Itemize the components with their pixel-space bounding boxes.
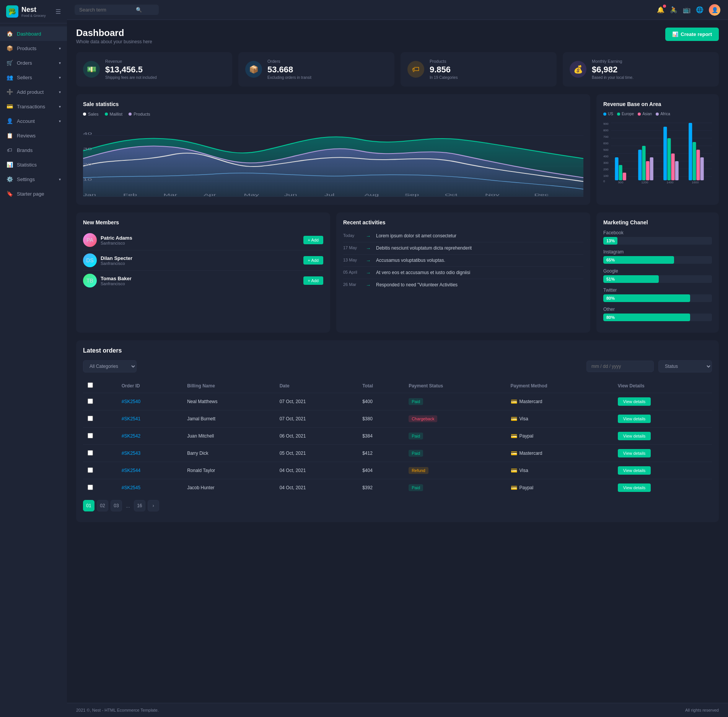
- reviews-icon: 📋: [6, 132, 13, 139]
- row-checkbox[interactable]: [88, 399, 93, 404]
- member-dilan: DS Dilan Specter Sanfrancisco + Add: [83, 250, 323, 271]
- activity-date: 17 May: [343, 245, 360, 250]
- sidebar-item-products[interactable]: 📦 Products ▾: [0, 41, 67, 56]
- status-cell: Chargeback: [404, 410, 506, 428]
- revenue-value: $13,456.5: [105, 65, 157, 75]
- method-cell: 💳Mastercard: [506, 445, 613, 462]
- settings-icon: ⚙️: [6, 176, 13, 182]
- patric-name: Patric Adams: [101, 235, 132, 241]
- billing-name-cell: Ronald Taylor: [182, 462, 275, 479]
- google-label: Google: [603, 268, 712, 274]
- user-avatar[interactable]: 👤: [709, 4, 720, 16]
- report-icon: 📊: [672, 31, 678, 37]
- revenue-area-card: Revenue Base on Area US Europe Asian: [596, 94, 719, 205]
- sidebar-item-add-product[interactable]: ➕ Add product ▾: [0, 85, 67, 99]
- order-id-cell: #SK2541: [117, 410, 182, 428]
- other-bar: Other 80%: [603, 307, 712, 321]
- view-details-cell: View details: [613, 410, 712, 428]
- sidebar-item-brands[interactable]: 🏷 Brands: [0, 143, 67, 157]
- table-row: #SK2541 Jamal Burnett 07 Oct, 2021 $380 …: [83, 410, 712, 428]
- us-dot: [603, 113, 606, 116]
- table-row: #SK2543 Barry Dick 05 Oct, 2021 $412 Pai…: [83, 445, 712, 462]
- arrow-icon: →: [366, 282, 371, 288]
- svg-text:Apr: Apr: [204, 193, 216, 197]
- search-input[interactable]: [79, 7, 133, 13]
- sidebar-item-dashboard[interactable]: 🏠 Dashboard: [0, 26, 67, 41]
- new-members-title: New Members: [83, 219, 323, 225]
- europe-dot: [617, 113, 620, 116]
- sidebar-item-orders[interactable]: 🛒 Orders ▾: [0, 56, 67, 70]
- status-filter[interactable]: Status: [658, 360, 712, 372]
- status-badge: Refund: [409, 467, 428, 474]
- row-checkbox-cell: [83, 479, 117, 497]
- search-box: 🔍: [75, 5, 159, 15]
- svg-text:Sep: Sep: [405, 193, 419, 197]
- method-cell: 💳Visa: [506, 462, 613, 479]
- row-checkbox[interactable]: [88, 467, 93, 473]
- view-details-button[interactable]: View details: [618, 449, 651, 457]
- person-icon[interactable]: 🚴: [670, 6, 678, 13]
- total-cell: $412: [358, 445, 404, 462]
- add-dilan-button[interactable]: + Add: [303, 256, 323, 265]
- add-tomas-button[interactable]: + Add: [303, 276, 323, 285]
- sidebar-item-reviews[interactable]: 📋 Reviews: [0, 128, 67, 143]
- sidebar-item-settings[interactable]: ⚙️ Settings ▾: [0, 172, 67, 186]
- view-details-button[interactable]: View details: [618, 483, 651, 492]
- card-icon: 💳: [511, 416, 517, 422]
- chevron-down-icon: ▾: [59, 75, 61, 80]
- view-details-button[interactable]: View details: [618, 397, 651, 406]
- pagination: 01 02 03 ... 16 ›: [83, 496, 712, 515]
- view-details-button[interactable]: View details: [618, 415, 651, 423]
- orders-note: Excluding orders in transit: [267, 75, 311, 80]
- svg-text:600: 600: [603, 142, 609, 145]
- add-patric-button[interactable]: + Add: [303, 236, 323, 244]
- order-id: #SK2545: [122, 485, 140, 490]
- revenue-area-chart: 900 800 700 600 500 400 300 200 100 0: [603, 119, 712, 184]
- products-icon: 📦: [6, 45, 13, 51]
- chevron-down-icon: ▾: [59, 46, 61, 51]
- row-checkbox[interactable]: [88, 485, 93, 490]
- products-value: 9.856: [430, 65, 458, 75]
- svg-text:200: 200: [603, 168, 609, 171]
- language-icon[interactable]: 🌐: [696, 6, 704, 13]
- monthly-data: Monthly Earning $6,982 Based in your loc…: [592, 59, 634, 80]
- row-checkbox[interactable]: [88, 433, 93, 438]
- monitor-icon[interactable]: 📺: [683, 6, 691, 13]
- africa-dot: [656, 113, 659, 116]
- sidebar-item-sellers[interactable]: 👥 Sellers ▾: [0, 70, 67, 85]
- activity-text: Responded to need "Volunteer Activities: [376, 282, 458, 287]
- create-report-button[interactable]: 📊 Create report: [665, 28, 719, 41]
- category-filter[interactable]: All Categories: [83, 360, 137, 372]
- view-details-button[interactable]: View details: [618, 432, 651, 440]
- order-id-cell: #SK2545: [117, 479, 182, 497]
- marketing-channel-card: Marketing Chanel Facebook 13% Instagram …: [596, 212, 719, 333]
- sidebar-navigation: 🏠 Dashboard 📦 Products ▾ 🛒 Orders ▾ 👥 Se…: [0, 23, 67, 717]
- select-all-checkbox[interactable]: [88, 382, 93, 388]
- chevron-down-icon: ▾: [59, 61, 61, 65]
- page-2-button[interactable]: 02: [97, 500, 108, 511]
- notifications-button[interactable]: 🔔: [657, 6, 664, 13]
- sidebar-toggle-button[interactable]: ☰: [55, 8, 61, 15]
- revenue-label: Revenue: [105, 59, 157, 64]
- sidebar-item-starter-page[interactable]: 🔖 Starter page: [0, 186, 67, 201]
- table-row: #SK2540 Neal Matthews 07 Oct, 2021 $400 …: [83, 393, 712, 410]
- sidebar-item-account[interactable]: 👤 Account ▾: [0, 114, 67, 128]
- next-page-button[interactable]: ›: [148, 500, 159, 511]
- africa-legend: Africa: [656, 112, 670, 116]
- footer-left: 2021 ©, Nest - HTML Ecommerce Template.: [76, 708, 159, 712]
- sidebar-item-statistics[interactable]: 📊 Statistics: [0, 157, 67, 172]
- orders-data: Orders 53.668 Excluding orders in transi…: [267, 59, 311, 80]
- last-page-button[interactable]: 16: [134, 500, 145, 511]
- patric-info: Patric Adams Sanfrancisco: [101, 235, 132, 245]
- activity-text: Debitis nesciunt voluptatum dicta repreh…: [376, 245, 472, 251]
- date-filter-input[interactable]: [586, 361, 654, 372]
- method-cell: 💳Visa: [506, 410, 613, 428]
- billing-name-cell: Juan Mitchell: [182, 428, 275, 445]
- view-details-button[interactable]: View details: [618, 466, 651, 475]
- row-checkbox[interactable]: [88, 450, 93, 456]
- page-3-button[interactable]: 03: [111, 500, 122, 511]
- page-1-button[interactable]: 01: [83, 500, 94, 511]
- maillist-dot: [105, 113, 108, 116]
- row-checkbox[interactable]: [88, 416, 93, 421]
- sidebar-item-transactions[interactable]: 💳 Transactions ▾: [0, 99, 67, 114]
